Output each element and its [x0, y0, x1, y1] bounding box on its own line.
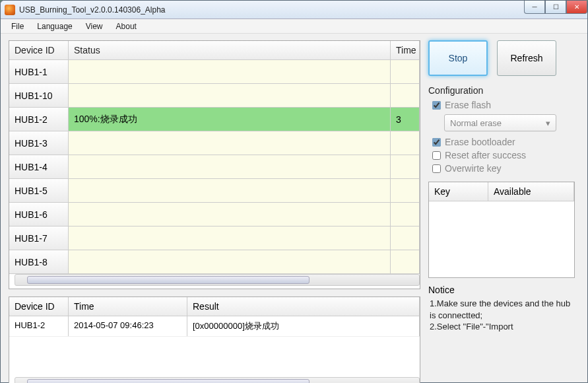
cell-time — [391, 250, 420, 273]
cell-device-id: HUB1-8 — [9, 250, 69, 273]
cell-device-id: HUB1-6 — [9, 203, 69, 226]
horizontal-scrollbar[interactable] — [15, 274, 420, 286]
table-row[interactable]: HUB1-2100%:烧录成功3 — [9, 108, 420, 131]
cell-time — [391, 60, 420, 83]
erase-flash-input[interactable] — [432, 101, 441, 110]
erase-bootloader-label: Erase bootloader — [445, 137, 515, 147]
notice-body: 1.Make sure the devices and the hub is c… — [428, 298, 575, 333]
device-table-body: HUB1-1HUB1-10HUB1-2100%:烧录成功3HUB1-3HUB1-… — [9, 60, 420, 274]
notice-group: Notice 1.Make sure the devices and the h… — [428, 285, 575, 333]
cell-time — [391, 84, 420, 107]
log-header-time[interactable]: Time — [69, 297, 187, 316]
chevron-down-icon: ▾ — [546, 118, 550, 128]
header-time[interactable]: Time — [391, 41, 420, 59]
cell-device-id: HUB1-3 — [9, 131, 69, 155]
cell-status — [69, 84, 391, 107]
cell-status — [69, 179, 391, 202]
key-table-header: Key Available — [429, 182, 574, 201]
cell-status — [69, 203, 391, 226]
key-header-available[interactable]: Available — [488, 182, 574, 201]
table-row[interactable]: HUB1-4 — [9, 155, 420, 179]
log-header-device-id[interactable]: Device ID — [9, 297, 69, 316]
log-row[interactable]: HUB1-22014-05-07 09:46:23[0x00000000]烧录成… — [9, 316, 420, 337]
overwrite-key-input[interactable] — [432, 164, 441, 173]
maximize-button[interactable]: ☐ — [545, 1, 566, 14]
erase-mode-select[interactable]: Normal erase ▾ — [444, 114, 556, 131]
log-cell-time: 2014-05-07 09:46:23 — [69, 316, 187, 336]
log-cell-result: [0x00000000]烧录成功 — [187, 316, 420, 336]
erase-bootloader-checkbox[interactable]: Erase bootloader — [428, 135, 575, 149]
menu-language[interactable]: Language — [30, 20, 79, 32]
cell-time — [391, 131, 420, 155]
log-horizontal-scrollbar[interactable] — [15, 377, 420, 383]
menu-file[interactable]: File — [5, 20, 30, 32]
cell-status — [69, 226, 391, 250]
overwrite-key-checkbox[interactable]: Overwirte key — [428, 162, 575, 175]
reset-after-label: Reset after success — [445, 150, 526, 160]
table-row[interactable]: HUB1-10 — [9, 84, 420, 108]
side-panel: Stop Refresh Configuration Erase flash N… — [428, 40, 575, 333]
table-row[interactable]: HUB1-5 — [9, 179, 420, 203]
app-icon — [5, 5, 15, 15]
cell-time — [391, 155, 420, 178]
key-header-key[interactable]: Key — [429, 182, 488, 201]
cell-time: 3 — [391, 108, 420, 131]
reset-after-input[interactable] — [432, 151, 441, 160]
scrollbar-thumb[interactable] — [27, 276, 310, 284]
header-device-id[interactable]: Device ID — [9, 41, 69, 59]
cell-device-id: HUB1-2 — [9, 108, 69, 131]
cell-status: 100%:烧录成功 — [69, 108, 391, 131]
notice-title: Notice — [428, 285, 575, 295]
table-row[interactable]: HUB1-3 — [9, 131, 420, 155]
erase-bootloader-input[interactable] — [432, 138, 441, 147]
cell-device-id: HUB1-7 — [9, 226, 69, 250]
cell-device-id: HUB1-5 — [9, 179, 69, 202]
key-table: Key Available — [428, 182, 575, 278]
table-row[interactable]: HUB1-6 — [9, 203, 420, 226]
titlebar[interactable]: USB_Burning_Tool_v2.0.0.140306_Alpha ─ ☐… — [1, 1, 587, 19]
cell-device-id: HUB1-1 — [9, 60, 69, 83]
table-row[interactable]: HUB1-1 — [9, 60, 420, 84]
log-cell-id: HUB1-2 — [9, 316, 69, 336]
device-table-header: Device ID Status Time — [9, 41, 420, 60]
window-title: USB_Burning_Tool_v2.0.0.140306_Alpha — [19, 5, 166, 15]
erase-flash-checkbox[interactable]: Erase flash — [428, 98, 575, 112]
erase-mode-value: Normal erase — [450, 118, 502, 128]
menubar: File Language View About — [1, 19, 587, 34]
minimize-button[interactable]: ─ — [524, 1, 545, 14]
table-row[interactable]: HUB1-7 — [9, 226, 420, 250]
refresh-button[interactable]: Refresh — [497, 40, 556, 76]
table-row[interactable]: HUB1-8 — [9, 250, 420, 274]
cell-device-id: HUB1-4 — [9, 155, 69, 178]
menu-view[interactable]: View — [79, 20, 110, 32]
cell-time — [391, 226, 420, 250]
cell-time — [391, 179, 420, 202]
app-window: USB_Burning_Tool_v2.0.0.140306_Alpha ─ ☐… — [0, 0, 588, 383]
cell-status — [69, 131, 391, 155]
cell-status — [69, 155, 391, 178]
log-table: Device ID Time Result HUB1-22014-05-07 0… — [9, 296, 420, 383]
cell-status — [69, 250, 391, 273]
configuration-group: Configuration Erase flash Normal erase ▾… — [428, 85, 575, 175]
log-table-header: Device ID Time Result — [9, 297, 420, 316]
content-area: Device ID Status Time HUB1-1HUB1-10HUB1-… — [1, 34, 587, 382]
cell-time — [391, 203, 420, 226]
erase-flash-label: Erase flash — [445, 100, 491, 110]
log-header-result[interactable]: Result — [187, 297, 420, 316]
close-button[interactable]: ✕ — [566, 1, 587, 14]
configuration-title: Configuration — [428, 85, 575, 96]
log-scrollbar-thumb[interactable] — [27, 379, 310, 383]
stop-button[interactable]: Stop — [428, 40, 488, 76]
log-table-body: HUB1-22014-05-07 09:46:23[0x00000000]烧录成… — [9, 316, 420, 337]
cell-status — [69, 60, 391, 83]
cell-device-id: HUB1-10 — [9, 84, 69, 107]
menu-about[interactable]: About — [110, 20, 143, 32]
device-table: Device ID Status Time HUB1-1HUB1-10HUB1-… — [9, 40, 420, 289]
header-status[interactable]: Status — [69, 41, 391, 59]
window-controls: ─ ☐ ✕ — [524, 1, 587, 14]
overwrite-key-label: Overwirte key — [445, 163, 502, 174]
action-buttons: Stop Refresh — [428, 40, 575, 76]
reset-after-checkbox[interactable]: Reset after success — [428, 149, 575, 162]
